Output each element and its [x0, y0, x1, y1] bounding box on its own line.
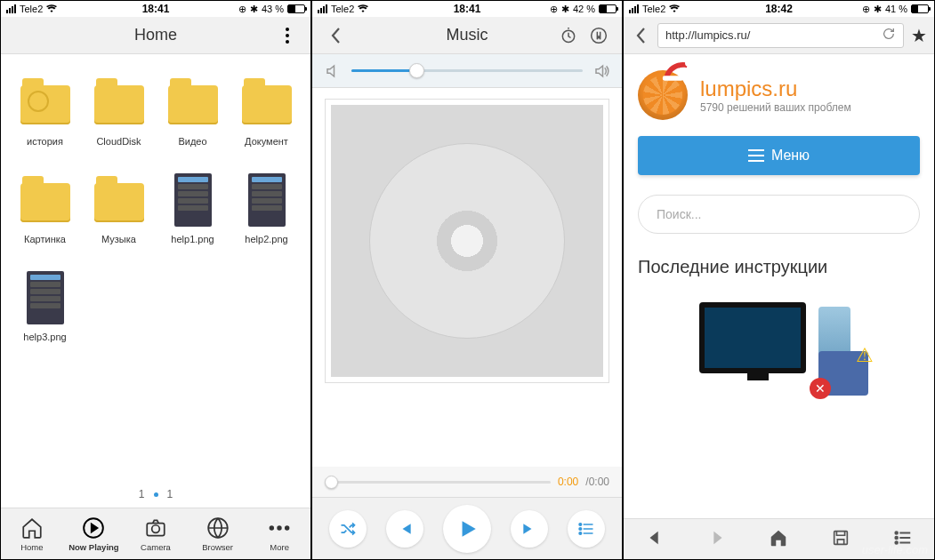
- menu-button[interactable]: Меню: [638, 136, 920, 175]
- grid-item[interactable]: Картинка: [10, 173, 80, 268]
- nav-forward-button[interactable]: [707, 528, 727, 551]
- brand-name: lumpics.ru: [700, 76, 851, 101]
- back-button[interactable]: [318, 17, 353, 53]
- svg-point-12: [579, 523, 582, 525]
- folder-icon: [20, 85, 70, 124]
- article-preview[interactable]: [638, 293, 920, 400]
- volume-high-icon: [593, 63, 609, 79]
- more-icon: [268, 516, 291, 540]
- globe-icon: [206, 516, 230, 540]
- nav-bar: Home: [1, 17, 310, 54]
- grid-item[interactable]: help1.png: [157, 173, 228, 268]
- item-label: help1.png: [171, 234, 214, 244]
- more-options-button[interactable]: [270, 17, 305, 53]
- image-thumbnail: [174, 173, 212, 227]
- nav-home-button[interactable]: [769, 528, 788, 551]
- folder-icon: [242, 85, 292, 124]
- section-heading: Последние инструкции: [638, 257, 920, 277]
- page-indicator: 1 1: [1, 481, 310, 508]
- santa-hat-icon: [661, 58, 693, 83]
- camera-icon: [144, 516, 167, 540]
- speed-button[interactable]: [581, 17, 617, 53]
- svg-point-19: [895, 536, 898, 539]
- grid-item[interactable]: help3.png: [10, 271, 80, 365]
- status-bar: Tele2 18:41 ⊕✱ 42 %: [312, 1, 622, 17]
- battery-icon: [911, 4, 929, 13]
- play-button[interactable]: [443, 505, 491, 553]
- item-label: Видео: [178, 136, 206, 147]
- tab-more[interactable]: More: [253, 516, 306, 552]
- tab-camera[interactable]: Camera: [129, 516, 182, 552]
- playlist-button[interactable]: [568, 510, 605, 548]
- grid-item[interactable]: Музыка: [84, 173, 154, 268]
- svg-point-1: [286, 34, 289, 37]
- folder-icon: [94, 85, 144, 124]
- status-bar: Tele2 18:42 ⊕✱ 41 %: [624, 1, 934, 17]
- item-label: help2.png: [245, 234, 287, 244]
- progress-row: 0:00/0:00: [312, 467, 622, 497]
- folder-icon: [20, 183, 70, 222]
- file-grid: историяCloudDiskВидеоДокументКартинкаМуз…: [1, 54, 310, 481]
- svg-point-5: [152, 524, 160, 532]
- volume-slider[interactable]: [351, 69, 583, 72]
- grid-item[interactable]: help2.png: [231, 173, 302, 268]
- tab-home[interactable]: Home: [5, 516, 59, 552]
- prev-button[interactable]: [386, 510, 423, 548]
- browser-toolbar: [624, 518, 934, 559]
- brand-subtitle: 5790 решений ваших проблем: [700, 101, 851, 114]
- svg-point-0: [286, 28, 289, 31]
- favorite-button[interactable]: ★: [911, 25, 927, 46]
- image-thumbnail: [248, 173, 286, 227]
- next-button[interactable]: [511, 510, 548, 548]
- tab-now-playing[interactable]: Now Playing: [67, 516, 120, 552]
- item-label: история: [27, 136, 63, 147]
- folder-icon: [94, 183, 144, 222]
- page-title: Home: [134, 26, 177, 44]
- disc-icon: [369, 143, 565, 339]
- nav-back-button[interactable]: [645, 528, 665, 551]
- svg-point-13: [579, 527, 582, 530]
- svg-point-9: [285, 525, 289, 530]
- grid-item[interactable]: Документ: [231, 76, 302, 170]
- shuffle-button[interactable]: [329, 510, 367, 548]
- item-label: CloudDisk: [96, 136, 141, 147]
- svg-point-2: [286, 40, 289, 44]
- volume-low-icon: [325, 63, 341, 79]
- svg-point-7: [270, 525, 274, 530]
- hamburger-icon: [748, 149, 764, 162]
- progress-slider[interactable]: [325, 481, 551, 484]
- grid-item[interactable]: Видео: [157, 76, 228, 170]
- menu-list-button[interactable]: [893, 528, 913, 551]
- page-title: Music: [446, 26, 488, 44]
- volume-row: [312, 54, 622, 88]
- status-bar: Tele2 18:41 ⊕✱ 43 %: [1, 1, 310, 17]
- svg-point-14: [579, 532, 582, 534]
- album-art-area: [312, 88, 622, 467]
- back-button[interactable]: [631, 27, 650, 44]
- item-label: Картинка: [24, 234, 66, 244]
- url-bar: http://lumpics.ru/ ★: [624, 17, 934, 54]
- web-content[interactable]: lumpics.ru 5790 решений ваших проблем Ме…: [624, 54, 934, 518]
- svg-point-18: [895, 532, 898, 534]
- item-label: Документ: [245, 136, 288, 147]
- item-label: help3.png: [23, 332, 66, 342]
- svg-point-8: [277, 525, 281, 530]
- reload-icon[interactable]: [882, 27, 896, 44]
- save-button[interactable]: [831, 528, 850, 551]
- svg-rect-16: [663, 76, 683, 80]
- time-current: 0:00: [558, 476, 578, 488]
- url-field[interactable]: http://lumpics.ru/: [657, 23, 904, 48]
- grid-item[interactable]: CloudDisk: [84, 76, 154, 170]
- image-thumbnail: [27, 271, 64, 324]
- nav-bar: Music: [312, 17, 622, 54]
- play-circle-icon: [82, 516, 105, 540]
- home-icon: [20, 516, 44, 540]
- status-time: 18:41: [1, 3, 310, 15]
- battery-icon: [287, 4, 305, 13]
- search-input[interactable]: Поиск...: [638, 195, 920, 234]
- grid-item[interactable]: история: [10, 76, 80, 170]
- tab-browser[interactable]: Browser: [191, 516, 245, 552]
- player-controls: [312, 497, 622, 559]
- time-total: /0:00: [585, 476, 609, 488]
- tab-bar: Home Now Playing Camera Browser More: [1, 508, 310, 559]
